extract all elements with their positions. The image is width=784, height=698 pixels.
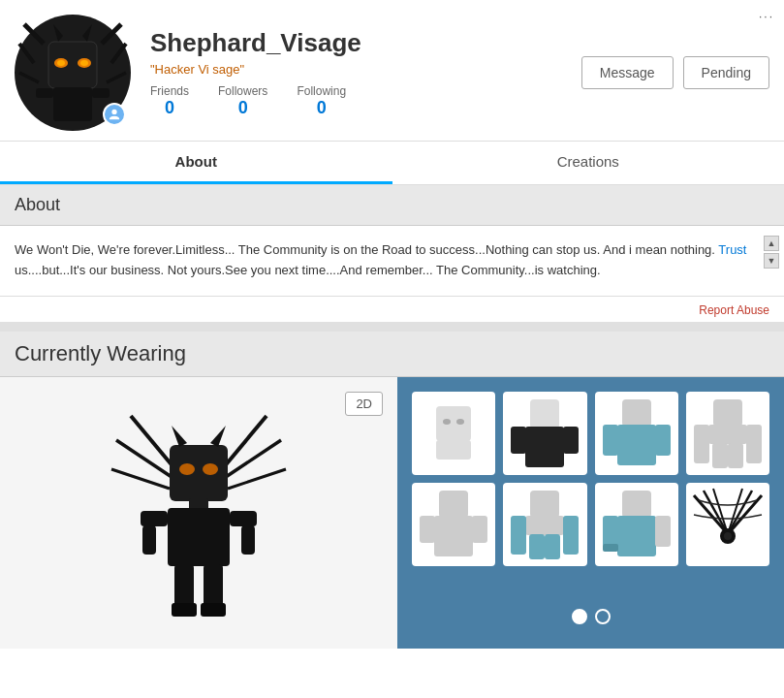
item-thumbnail-2 [506, 395, 583, 472]
svg-rect-15 [36, 88, 53, 98]
svg-rect-59 [694, 425, 709, 463]
svg-rect-14 [53, 87, 92, 121]
avatar-container [15, 15, 131, 131]
svg-rect-24 [170, 445, 228, 501]
followers-count: 0 [238, 98, 248, 118]
svg-rect-70 [525, 516, 564, 535]
tagline: "Hacker Vi sage" [150, 62, 581, 77]
svg-marker-26 [210, 426, 226, 447]
report-container: Report Abuse [0, 297, 784, 322]
svg-point-17 [111, 110, 116, 114]
svg-rect-36 [204, 564, 223, 608]
top-bar: Shephard_Visage "Hacker Vi sage" Friends… [0, 0, 784, 142]
item-thumbnail-8 [689, 486, 767, 563]
svg-rect-52 [622, 399, 651, 427]
svg-rect-54 [603, 425, 618, 456]
item-cell-4[interactable] [686, 392, 769, 475]
svg-rect-44 [442, 438, 452, 446]
pagination-dot-1[interactable] [572, 609, 587, 624]
svg-point-41 [443, 419, 451, 425]
item-thumbnail-7 [598, 486, 675, 563]
following-label: Following [297, 84, 346, 98]
pending-button[interactable]: Pending [683, 56, 769, 89]
items-grid-container [397, 377, 784, 649]
svg-rect-62 [728, 443, 743, 468]
svg-rect-77 [617, 516, 656, 556]
three-dots-menu[interactable]: ··· [759, 10, 774, 23]
friends-label: Friends [150, 84, 189, 98]
svg-rect-81 [689, 486, 767, 563]
svg-rect-55 [655, 425, 671, 456]
pagination-dot-2[interactable] [595, 609, 611, 624]
svg-rect-65 [434, 516, 473, 556]
svg-rect-50 [563, 427, 579, 454]
svg-rect-31 [141, 511, 168, 526]
svg-point-89 [724, 532, 732, 540]
svg-rect-43 [436, 440, 471, 460]
svg-rect-33 [230, 511, 257, 526]
svg-rect-69 [530, 491, 559, 518]
svg-rect-61 [712, 443, 728, 468]
svg-rect-35 [174, 564, 194, 608]
svg-rect-47 [530, 399, 559, 428]
about-text-container: We Won't Die, We're forever.Limitless...… [0, 226, 784, 297]
item-thumbnail-5 [415, 486, 492, 563]
svg-rect-48 [525, 427, 564, 467]
svg-rect-78 [603, 516, 618, 547]
svg-rect-53 [617, 425, 656, 465]
svg-rect-74 [545, 534, 560, 559]
tab-bar: About Creations [0, 142, 784, 185]
wearing-content: 2D [0, 377, 784, 649]
about-header: About [0, 185, 784, 226]
svg-rect-34 [241, 525, 255, 555]
svg-rect-79 [655, 516, 671, 547]
scroll-up-btn[interactable]: ▲ [764, 236, 779, 251]
message-button[interactable]: Message [581, 56, 674, 89]
followers-label: Followers [218, 84, 267, 98]
item-cell-7[interactable] [595, 483, 678, 566]
view-2d-button[interactable]: 2D [345, 392, 383, 416]
item-cell-8[interactable] [686, 483, 769, 566]
account-badge [103, 103, 126, 126]
item-thumbnail-4 [689, 395, 767, 472]
about-text: We Won't Die, We're forever.Limitless...… [15, 240, 769, 281]
friends-stat: Friends 0 [150, 84, 189, 118]
stats-row: Friends 0 Followers 0 Following 0 [150, 84, 581, 118]
item-thumbnail-3 [598, 395, 675, 472]
item-cell-5[interactable] [412, 483, 495, 566]
svg-rect-37 [172, 603, 197, 617]
item-cell-3[interactable] [595, 392, 678, 475]
items-grid [412, 392, 769, 567]
scroll-down-btn[interactable]: ▼ [764, 253, 779, 269]
item-thumbnail-1 [415, 395, 492, 472]
svg-rect-57 [713, 399, 742, 427]
scroll-indicator: ▲ ▼ [764, 236, 779, 269]
svg-rect-30 [168, 508, 230, 566]
svg-rect-67 [472, 516, 487, 543]
svg-rect-71 [511, 516, 526, 555]
character-display [102, 397, 296, 629]
tab-about[interactable]: About [0, 142, 392, 184]
tab-creations[interactable]: Creations [392, 142, 785, 184]
svg-rect-66 [420, 516, 435, 543]
item-cell-2[interactable] [503, 392, 586, 475]
followers-stat: Followers 0 [218, 84, 267, 118]
trust-link[interactable]: Trust [718, 242, 746, 257]
svg-line-20 [111, 469, 170, 489]
item-cell-1[interactable] [412, 392, 495, 475]
username: Shephard_Visage [150, 28, 581, 58]
svg-rect-64 [439, 491, 468, 518]
svg-rect-80 [603, 544, 618, 552]
report-abuse-link[interactable]: Report Abuse [699, 303, 769, 317]
svg-rect-16 [92, 88, 110, 98]
svg-rect-73 [529, 534, 545, 559]
item-cell-6[interactable] [503, 483, 586, 566]
svg-point-42 [456, 419, 464, 425]
following-count: 0 [317, 98, 327, 118]
svg-rect-58 [708, 425, 747, 444]
svg-rect-49 [511, 427, 526, 454]
svg-point-28 [203, 463, 218, 475]
svg-rect-45 [455, 438, 465, 446]
profile-actions: Message Pending [581, 56, 769, 89]
item-thumbnail-6 [506, 486, 583, 563]
